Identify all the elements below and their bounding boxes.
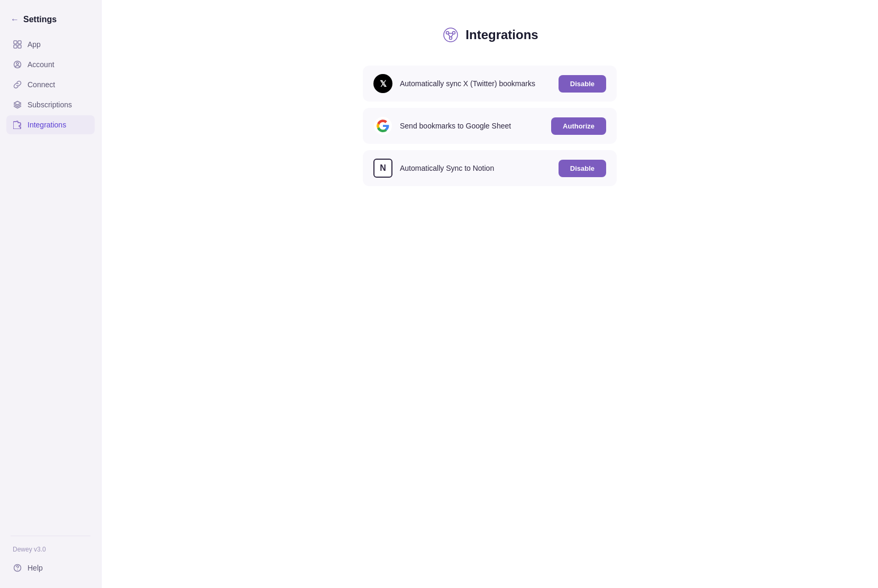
svg-point-7: [17, 569, 18, 571]
svg-rect-0: [14, 41, 17, 44]
help-circle-icon: [13, 563, 22, 573]
integration-label-twitter: Automatically sync X (Twitter) bookmarks: [400, 79, 535, 88]
twitter-disable-button[interactable]: Disable: [559, 75, 606, 93]
svg-point-10: [453, 32, 455, 34]
sidebar-help-label: Help: [28, 564, 43, 572]
svg-line-14: [451, 34, 453, 37]
puzzle-icon: [13, 120, 22, 130]
sidebar-item-subscriptions-label: Subscriptions: [28, 100, 72, 109]
sidebar-item-subscriptions[interactable]: Subscriptions: [6, 95, 95, 114]
integrations-list: 𝕏 Automatically sync X (Twitter) bookmar…: [363, 66, 617, 186]
sidebar-item-connect[interactable]: Connect: [6, 75, 95, 94]
svg-line-13: [448, 34, 450, 37]
sidebar: ← Settings App: [0, 0, 102, 588]
version-label: Dewey v3.0: [6, 543, 95, 556]
sidebar-item-integrations-label: Integrations: [28, 121, 66, 129]
layers-icon: [13, 100, 22, 109]
page-title: Integrations: [465, 27, 538, 42]
sidebar-item-app-label: App: [28, 40, 41, 49]
integration-card-twitter: 𝕏 Automatically sync X (Twitter) bookmar…: [363, 66, 617, 102]
svg-point-9: [446, 32, 449, 34]
page-header: Integrations: [441, 25, 538, 44]
sidebar-item-integrations[interactable]: Integrations: [6, 115, 95, 134]
svg-point-5: [16, 62, 19, 65]
integrations-page-icon: [441, 25, 460, 44]
back-arrow-icon: ←: [11, 15, 19, 24]
sidebar-item-account[interactable]: Account: [6, 55, 95, 74]
integration-left-google: Send bookmarks to Google Sheet: [373, 116, 511, 135]
integration-card-notion: N Automatically Sync to Notion Disable: [363, 150, 617, 186]
google-icon: [373, 116, 392, 135]
sidebar-item-help[interactable]: Help: [6, 558, 95, 577]
link-icon: [13, 80, 22, 89]
notion-disable-button[interactable]: Disable: [559, 160, 606, 177]
main-content: Integrations 𝕏 Automatically sync X (Twi…: [102, 0, 878, 588]
svg-rect-2: [14, 45, 17, 48]
user-circle-icon: [13, 60, 22, 69]
back-button[interactable]: ← Settings: [6, 11, 95, 35]
integration-card-google: Send bookmarks to Google Sheet Authorize: [363, 108, 617, 144]
integration-left-notion: N Automatically Sync to Notion: [373, 159, 494, 178]
sidebar-divider: [11, 536, 90, 536]
notion-icon: N: [373, 159, 392, 178]
sidebar-nav: App Account Connect: [6, 35, 95, 529]
grid-icon: [13, 40, 22, 49]
svg-point-11: [450, 37, 452, 40]
x-twitter-icon: 𝕏: [373, 74, 392, 93]
google-authorize-button[interactable]: Authorize: [551, 117, 606, 135]
integration-label-google: Send bookmarks to Google Sheet: [400, 122, 511, 130]
sidebar-item-connect-label: Connect: [28, 80, 55, 89]
svg-rect-3: [18, 45, 21, 48]
integration-label-notion: Automatically Sync to Notion: [400, 164, 494, 172]
svg-rect-1: [18, 41, 21, 44]
sidebar-item-app[interactable]: App: [6, 35, 95, 54]
integration-left-twitter: 𝕏 Automatically sync X (Twitter) bookmar…: [373, 74, 535, 93]
settings-title: Settings: [23, 15, 57, 24]
sidebar-item-account-label: Account: [28, 60, 54, 69]
